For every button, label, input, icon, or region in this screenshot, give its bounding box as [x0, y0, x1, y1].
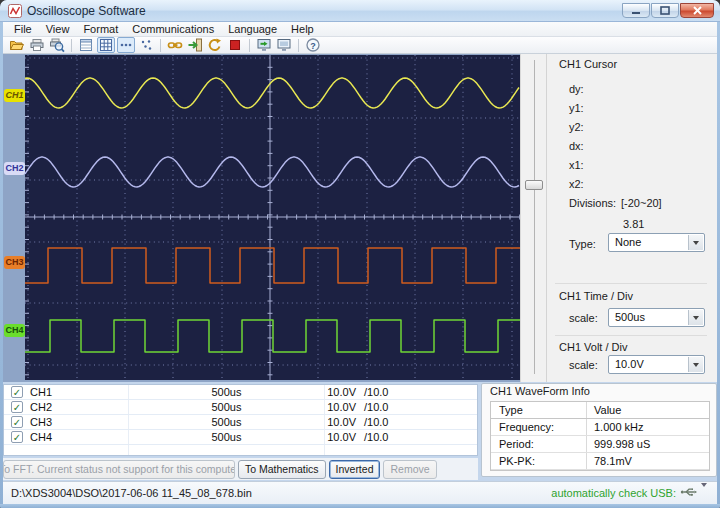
menu-format[interactable]: Format [76, 23, 125, 35]
ch4-probe-ratio: /10.0 [364, 431, 388, 443]
volt-scale-value: 10.0V [615, 358, 644, 370]
waveform-info-table: Type Value Frequency: 1.000 kHz Period: … [490, 401, 710, 471]
divisions-label: Divisions: [569, 197, 616, 209]
cursor-type-select[interactable]: None [608, 233, 705, 252]
waveform-info-groupbox: CH1 WaveForm Info Type Value Frequency: … [481, 383, 717, 477]
ch3-name: CH3 [30, 416, 52, 428]
to-mathematics-button[interactable]: To Mathematics [238, 460, 326, 479]
ch4-checkbox[interactable]: ✓ [11, 431, 23, 443]
divisions-value: 3.81 [623, 218, 644, 230]
ch4-name: CH4 [30, 431, 52, 443]
connect-link-icon[interactable] [166, 37, 184, 53]
close-button[interactable] [680, 3, 714, 18]
period-label: Period: [499, 438, 534, 450]
cursor-y1-label: y1: [569, 102, 584, 114]
time-scale-label: scale: [569, 312, 598, 324]
window-border-left [0, 22, 3, 508]
chevron-down-icon [688, 357, 703, 372]
waveform-display[interactable] [25, 55, 520, 380]
slider-track [534, 60, 535, 374]
import-data-icon[interactable] [186, 37, 204, 53]
chevron-down-icon [688, 235, 703, 250]
menu-language[interactable]: Language [221, 23, 284, 35]
ch1-probe-ratio: /10.0 [364, 386, 388, 398]
table-row-ch2[interactable]: ✓ CH2 500us 10.0V /10.0 [4, 400, 477, 415]
refresh-icon[interactable] [206, 37, 224, 53]
menu-communications[interactable]: Communications [125, 23, 221, 35]
inverted-button[interactable]: Inverted [329, 460, 381, 479]
toolbar: ? [3, 37, 717, 54]
channel-list-icon[interactable] [77, 37, 95, 53]
ch2-voltdiv: 10.0V [259, 401, 356, 413]
ch1-name: CH1 [30, 386, 52, 398]
frequency-value: 1.000 kHz [594, 421, 644, 433]
volt-div-title: CH1 Volt / Div [559, 341, 627, 353]
stop-icon[interactable] [226, 37, 244, 53]
menu-help[interactable]: Help [284, 23, 321, 35]
app-icon [8, 4, 22, 22]
slider-thumb[interactable] [525, 180, 543, 190]
ch2-name: CH2 [30, 401, 52, 413]
table-row-ch3[interactable]: ✓ CH3 500us 10.0V /10.0 [4, 415, 477, 430]
vertical-slider-column [520, 54, 546, 382]
ch3-checkbox[interactable]: ✓ [11, 416, 23, 428]
minimize-button[interactable] [622, 3, 650, 18]
channel-label-ch3[interactable]: CH3 [4, 256, 25, 269]
main-area: CH1 CH2 CH3 CH4 CH1 Cursor dy: y1: y2: d… [3, 54, 717, 382]
dots-display-icon[interactable] [117, 37, 135, 53]
channel-label-ch1[interactable]: CH1 [4, 89, 25, 102]
window-title: Oscilloscope Software [27, 4, 146, 18]
panel-separator [555, 335, 707, 336]
channel-label-ch4[interactable]: CH4 [4, 324, 25, 337]
ch2-checkbox[interactable]: ✓ [11, 401, 23, 413]
title-bar[interactable]: Oscilloscope Software [0, 0, 720, 22]
usb-icon [680, 486, 697, 500]
panel-separator [555, 283, 707, 284]
open-file-icon[interactable] [8, 37, 26, 53]
pkpk-label: PK-PK: [499, 455, 535, 467]
ch1-trace [25, 78, 519, 108]
ch3-voltdiv: 10.0V [259, 416, 356, 428]
scatter-display-icon[interactable] [137, 37, 155, 53]
toolbar-separator [160, 39, 161, 52]
table-row-ch1[interactable]: ✓ CH1 500us 10.0V /10.0 [4, 385, 477, 400]
maximize-button[interactable] [651, 3, 679, 18]
period-value: 999.998 uS [594, 438, 650, 450]
time-div-title: CH1 Time / Div [559, 290, 633, 302]
volt-scale-label: scale: [569, 359, 598, 371]
waveform-info-header: Type Value [491, 402, 709, 419]
export-screen-icon[interactable] [255, 37, 273, 53]
print-icon[interactable] [28, 37, 46, 53]
pkpk-value: 78.1mV [594, 455, 632, 467]
svg-text:?: ? [310, 41, 316, 51]
device-screen-icon[interactable] [275, 37, 293, 53]
cursor-x2-label: x2: [569, 178, 584, 190]
ch3-probe-ratio: /10.0 [364, 416, 388, 428]
menu-file[interactable]: File [7, 23, 39, 35]
print-preview-icon[interactable] [48, 37, 66, 53]
bottom-area: ✓ CH1 500us 10.0V /10.0 ✓ CH2 500us 10.0… [3, 382, 717, 481]
table-row-ch4[interactable]: ✓ CH4 500us 10.0V /10.0 [4, 430, 477, 445]
remove-button: Remove [383, 460, 436, 479]
grid-display-icon[interactable] [97, 37, 115, 53]
menu-view[interactable]: View [39, 23, 77, 35]
usb-dropdown-icon[interactable] [701, 487, 707, 499]
cursor-dy-label: dy: [569, 83, 584, 95]
divisions-range: [-20~20] [621, 197, 662, 209]
file-path: D:\XDS3004\DSO\2017-06-06 11_45_08_678.b… [11, 487, 252, 499]
oscilloscope-app-window: Oscilloscope Software File View Format C… [0, 0, 720, 508]
cursor-type-label: Type: [569, 238, 596, 250]
help-icon[interactable]: ? [304, 37, 322, 53]
channel-label-ch2[interactable]: CH2 [4, 162, 25, 175]
cursor-panel-title: CH1 Cursor [559, 58, 617, 70]
status-bar: D:\XDS3004\DSO\2017-06-06 11_45_08_678.b… [3, 481, 717, 504]
info-row-pkpk: PK-PK: 78.1mV [491, 453, 709, 470]
volt-scale-select[interactable]: 10.0V [608, 355, 705, 374]
ch1-checkbox[interactable]: ✓ [11, 386, 23, 398]
toolbar-separator [249, 39, 250, 52]
waveform-info-title: CH1 WaveForm Info [490, 385, 590, 397]
cursor-dx-label: dx: [569, 140, 584, 152]
channel-table: ✓ CH1 500us 10.0V /10.0 ✓ CH2 500us 10.0… [3, 384, 478, 456]
time-scale-select[interactable]: 500us [608, 308, 705, 327]
frequency-label: Frequency: [499, 421, 554, 433]
